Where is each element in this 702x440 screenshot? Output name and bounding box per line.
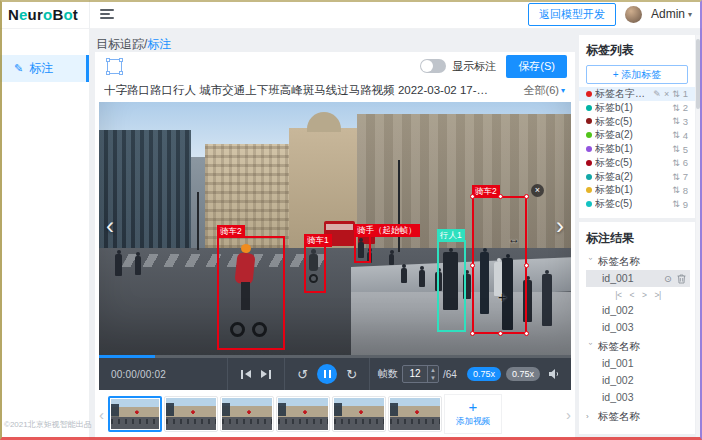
sort-tag-icon[interactable]: ⇅: [672, 158, 680, 168]
frame-count-input[interactable]: 12 ▲ ▼: [402, 365, 439, 383]
video-progress-bar[interactable]: [99, 355, 571, 358]
frame-value[interactable]: 12: [403, 366, 427, 382]
time-display: 00:00/00:02: [111, 369, 166, 380]
tree-item[interactable]: id_001: [586, 355, 690, 372]
tree-item-label: id_001: [602, 357, 634, 369]
pager-first-icon[interactable]: |<: [615, 290, 621, 300]
delete-box-icon[interactable]: ×: [531, 184, 544, 197]
sidebar-item-annotate[interactable]: ✎ 标注: [0, 55, 89, 82]
next-video-arrow[interactable]: ›: [556, 214, 564, 238]
sort-tag-icon[interactable]: ⇅: [672, 172, 680, 182]
sort-tag-icon[interactable]: ⇅: [672, 89, 680, 99]
menu-collapse-icon[interactable]: [100, 7, 114, 21]
divider: [227, 358, 228, 390]
prev-frame-button[interactable]: [236, 370, 256, 379]
breadcrumb-parent[interactable]: 目标追踪: [96, 37, 144, 51]
spinner-down-icon[interactable]: ▼: [428, 374, 438, 382]
delete-tag-icon[interactable]: ×: [664, 89, 669, 99]
annotation-box[interactable]: 骑手（起始帧）: [354, 235, 371, 263]
tag-row[interactable]: 标签c(5) ⇅6: [586, 156, 688, 170]
sort-tag-icon[interactable]: ⇅: [672, 144, 680, 154]
rect-select-tool-icon[interactable]: [107, 59, 122, 74]
video-thumbnail[interactable]: [388, 396, 442, 432]
resize-handle[interactable]: [524, 263, 529, 268]
scrollbar-thumb[interactable]: [696, 39, 700, 109]
pedestrian-figure: [135, 256, 141, 275]
speed-pill-alt[interactable]: 0.75x: [506, 367, 540, 381]
speed-pill-active[interactable]: 0.75x: [467, 367, 501, 381]
panel-scrollbar[interactable]: [696, 35, 700, 438]
pause-button[interactable]: [317, 364, 337, 384]
tag-name: 标签b(1): [595, 183, 633, 197]
tag-order: 9: [683, 199, 688, 210]
sort-tag-icon[interactable]: ⇅: [672, 130, 680, 140]
thumbs-prev-arrow[interactable]: ‹: [97, 406, 106, 423]
tag-row[interactable]: 标签c(5) ⇅9: [586, 197, 688, 211]
user-menu[interactable]: Admin ▾: [651, 7, 692, 21]
show-annotation-toggle[interactable]: [420, 59, 446, 73]
tag-row[interactable]: 标签c(5) ⇅3: [586, 115, 688, 129]
annotation-box[interactable]: 行人1: [437, 240, 466, 332]
add-video-button[interactable]: + 添加视频: [444, 394, 502, 434]
sort-tag-icon[interactable]: ⇅: [672, 185, 680, 195]
save-button[interactable]: 保存(S): [506, 55, 567, 78]
tag-row[interactable]: 标签a(2) ⇅7: [586, 170, 688, 184]
tree-item[interactable]: id_002: [586, 302, 690, 319]
filter-dropdown[interactable]: 全部(6) ▾: [524, 83, 565, 98]
tag-row[interactable]: 标签b(1) ⇅2: [586, 101, 688, 115]
tree-item[interactable]: id_003: [586, 319, 690, 336]
sort-tag-icon[interactable]: ⇅: [672, 199, 680, 209]
breadcrumb-current: 标注: [147, 37, 171, 51]
tag-row[interactable]: 标签a(2) ⇅4: [586, 128, 688, 142]
video-thumbnail-selected[interactable]: [108, 396, 162, 432]
resize-handle[interactable]: [524, 331, 529, 336]
annotation-box[interactable]: 骑车1: [304, 245, 326, 293]
tree-item-selected[interactable]: id_001 ⊙: [586, 270, 690, 287]
volume-icon[interactable]: [548, 368, 561, 380]
forward-10-icon[interactable]: ↻: [342, 367, 361, 382]
tag-row[interactable]: 标签名字最长数... ✎ × ⇅ 1: [579, 87, 695, 101]
video-thumbnail[interactable]: [276, 396, 330, 432]
video-frame[interactable]: 骑车2 骑车1 骑手（起始帧） 行人1 骑车2 ×: [99, 102, 571, 355]
scene-lamp-post: [398, 160, 400, 252]
edit-tag-icon[interactable]: ✎: [653, 89, 661, 99]
video-thumbnail[interactable]: [332, 396, 386, 432]
chevron-expanded-icon: ›: [586, 343, 595, 351]
next-frame-button[interactable]: [256, 370, 276, 379]
video-thumbnail-strip: ‹ + 添加视频 ›: [95, 390, 575, 438]
tree-group-header[interactable]: › 标签名称: [586, 408, 690, 425]
add-tag-button[interactable]: + 添加标签: [586, 65, 688, 84]
avatar[interactable]: [625, 6, 642, 23]
sort-tag-icon[interactable]: ⇅: [672, 103, 680, 113]
tree-group-header[interactable]: › 标签名称: [586, 253, 690, 270]
tag-row[interactable]: 标签b(1) ⇅5: [586, 142, 688, 156]
prev-video-arrow[interactable]: ‹: [106, 214, 114, 238]
tree-item[interactable]: id_002: [586, 372, 690, 389]
rewind-10-icon[interactable]: ↺: [293, 367, 312, 382]
resize-handle[interactable]: [498, 331, 503, 336]
annotation-box-selected[interactable]: 骑车2: [472, 196, 527, 334]
thumbs-next-arrow[interactable]: ›: [564, 406, 573, 423]
annotation-box[interactable]: 骑车2: [217, 236, 285, 350]
video-thumbnail[interactable]: [220, 396, 274, 432]
resize-handle[interactable]: [524, 194, 529, 199]
annotation-workspace: 显示标注 保存(S) 十字路口路口行人 城市交通上下班高峰斑马线过马路视频 20…: [95, 52, 575, 438]
topbar: 返回模型开发 Admin ▾: [90, 0, 702, 29]
pager-last-icon[interactable]: >|: [654, 290, 660, 300]
resize-handle[interactable]: [470, 331, 475, 336]
tree-group-header[interactable]: › 标签名称: [586, 338, 690, 355]
locate-icon[interactable]: ⊙: [664, 270, 672, 287]
pager-next-icon[interactable]: >: [642, 290, 646, 300]
spinner-up-icon[interactable]: ▲: [428, 366, 438, 374]
sort-tag-icon[interactable]: ⇅: [672, 116, 680, 126]
tag-row[interactable]: 标签b(1) ⇅8: [586, 184, 688, 198]
trash-icon[interactable]: [677, 274, 686, 284]
resize-handle[interactable]: [470, 263, 475, 268]
frame-spinner: ▲ ▼: [427, 366, 438, 382]
resize-handle[interactable]: [470, 194, 475, 199]
video-thumbnail[interactable]: [164, 396, 218, 432]
resize-handle[interactable]: [498, 194, 503, 199]
back-to-model-dev-button[interactable]: 返回模型开发: [528, 3, 616, 26]
pager-prev-icon[interactable]: <: [630, 290, 634, 300]
tree-item[interactable]: id_003: [586, 389, 690, 406]
